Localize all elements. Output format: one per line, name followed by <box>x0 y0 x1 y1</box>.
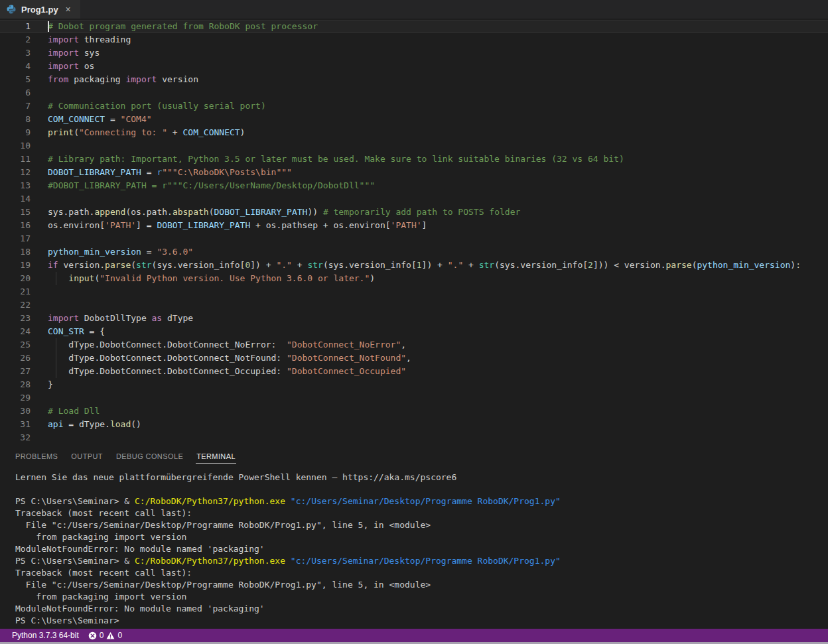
terminal-line: Traceback (most recent call last): <box>15 507 828 519</box>
text-segment <box>285 496 291 506</box>
text-segment: PS C:\Users\Seminar> <box>15 615 119 625</box>
terminal-line: from packaging import version <box>15 531 828 543</box>
line-number[interactable]: 20 <box>0 272 48 285</box>
text-segment: dType.DobotConnect.DobotConnect_NotFound… <box>48 353 287 363</box>
line-number[interactable]: 11 <box>0 153 48 166</box>
line-number[interactable]: 15 <box>0 206 48 219</box>
text-segment: str <box>307 260 322 270</box>
line-number[interactable]: 32 <box>0 431 48 444</box>
editor-tab[interactable]: Prog1.py × <box>0 0 80 19</box>
text-segment: ModuleNotFoundError: No module named 'pa… <box>15 544 265 554</box>
code-line: 28} <box>0 378 828 391</box>
line-number[interactable]: 14 <box>0 192 48 206</box>
code-text: } <box>48 378 828 391</box>
code-text: print("Connecting to: " + COM_CONNECT) <box>48 126 828 139</box>
terminal-line: PS C:\Users\Seminar> <box>15 615 828 627</box>
line-number[interactable]: 7 <box>0 99 48 113</box>
text-segment: import <box>48 61 79 71</box>
text-segment: "3.6.0" <box>157 247 193 257</box>
terminal-line: Traceback (most recent call last): <box>15 567 828 579</box>
code-line: 18python_min_version = "3.6.0" <box>0 245 828 259</box>
line-number[interactable]: 23 <box>0 312 48 325</box>
panel-tab-debug-console[interactable]: DEBUG CONSOLE <box>115 449 184 463</box>
text-segment: C:/RoboDK/Python37/python.exe <box>135 496 285 506</box>
code-text: import threading <box>48 33 828 46</box>
text-segment: "c:/Users/Seminar/Desktop/Programme Robo… <box>291 556 561 566</box>
line-number[interactable]: 26 <box>0 352 48 365</box>
text-segment: version <box>157 74 198 84</box>
text-segment: DOBOT_LIBRARY_PATH <box>48 167 141 177</box>
line-number[interactable]: 17 <box>0 232 48 245</box>
text-segment: # Library path: Important, Python 3.5 or… <box>48 154 624 164</box>
line-number[interactable]: 3 <box>0 46 48 60</box>
line-number[interactable]: 18 <box>0 245 48 259</box>
line-number[interactable]: 31 <box>0 418 48 431</box>
text-segment: os.environ[ <box>48 220 105 230</box>
code-line: 6 <box>0 86 828 99</box>
line-number[interactable]: 5 <box>0 73 48 86</box>
code-line: 11# Library path: Important, Python 3.5 … <box>0 153 828 166</box>
text-segment: packaging <box>68 74 125 84</box>
code-text <box>48 192 828 206</box>
line-number[interactable]: 1 <box>0 20 48 33</box>
line-number[interactable]: 22 <box>0 298 48 312</box>
line-number[interactable]: 27 <box>0 365 48 378</box>
text-segment: + <box>463 260 478 270</box>
code-text: dType.DobotConnect.DobotConnect_NotFound… <box>48 352 828 365</box>
line-number[interactable]: 21 <box>0 285 48 298</box>
code-text: if version.parse(str(sys.version_info[0]… <box>48 259 828 272</box>
text-segment: ( <box>209 207 214 217</box>
line-number[interactable]: 8 <box>0 113 48 126</box>
code-text: dType.DobotConnect.DobotConnect_NoError:… <box>48 338 828 352</box>
line-number[interactable]: 10 <box>0 139 48 153</box>
text-segment: ( <box>74 127 79 137</box>
code-text: #DOBOT_LIBRARY_PATH = r"""C:/Users/UserN… <box>48 179 828 192</box>
text-segment: as <box>152 313 163 323</box>
text-segment: import <box>48 34 79 44</box>
text-segment: ] = <box>136 220 157 230</box>
code-editor[interactable]: 1# Dobot program generated from RoboDK p… <box>0 19 828 444</box>
indent-guide <box>56 365 56 378</box>
status-bar: Python 3.7.3 64-bit 0 0 <box>0 629 828 642</box>
text-segment: dType.DobotConnect.DobotConnect_NoError: <box>48 340 287 350</box>
terminal-line: File "c:/Users/Seminar/Desktop/Programme… <box>15 519 828 531</box>
line-number[interactable]: 30 <box>0 405 48 418</box>
code-text: import sys <box>48 46 828 60</box>
terminal-line: ModuleNotFoundError: No module named 'pa… <box>15 603 828 615</box>
line-number[interactable]: 25 <box>0 338 48 352</box>
line-number[interactable]: 4 <box>0 60 48 73</box>
text-segment: (sys.version_info[ <box>323 260 417 270</box>
code-text: import os <box>48 60 828 73</box>
code-line: 22 <box>0 298 828 312</box>
line-number[interactable]: 9 <box>0 126 48 139</box>
line-number[interactable]: 29 <box>0 391 48 405</box>
code-text <box>48 298 828 312</box>
text-segment: # Communication port (usually serial por… <box>48 101 266 111</box>
panel-tab-terminal[interactable]: TERMINAL <box>196 449 236 464</box>
text-segment: ) <box>240 127 245 137</box>
line-number[interactable]: 16 <box>0 219 48 232</box>
line-number[interactable]: 12 <box>0 166 48 179</box>
text-segment: parse <box>665 260 691 270</box>
line-number[interactable]: 13 <box>0 179 48 192</box>
python-file-icon <box>6 4 17 15</box>
line-number[interactable]: 24 <box>0 325 48 338</box>
problems-status[interactable]: 0 0 <box>88 629 122 642</box>
line-number[interactable]: 19 <box>0 259 48 272</box>
text-segment: input <box>68 273 94 283</box>
code-line: 32 <box>0 431 828 444</box>
line-number[interactable]: 28 <box>0 378 48 391</box>
panel-tab-problems[interactable]: PROBLEMS <box>15 449 58 463</box>
code-line: 25 dType.DobotConnect.DobotConnect_NoErr… <box>0 338 828 352</box>
tab-bar: Prog1.py × <box>0 0 828 19</box>
text-segment: PS C:\Users\Seminar> & <box>15 556 135 566</box>
tab-close-icon[interactable]: × <box>63 5 74 14</box>
line-number[interactable]: 2 <box>0 33 48 46</box>
text-segment: # temporarily add path to POSTS folder <box>323 207 520 217</box>
line-number[interactable]: 6 <box>0 86 48 99</box>
panel-tab-output[interactable]: OUTPUT <box>70 449 104 463</box>
python-interpreter-status[interactable]: Python 3.7.3 64-bit <box>12 629 79 642</box>
text-segment: Traceback (most recent call last): <box>15 568 192 578</box>
code-lines: 1# Dobot program generated from RoboDK p… <box>0 20 828 444</box>
terminal-output[interactable]: Lernen Sie das neue plattformübergreifen… <box>0 468 828 629</box>
